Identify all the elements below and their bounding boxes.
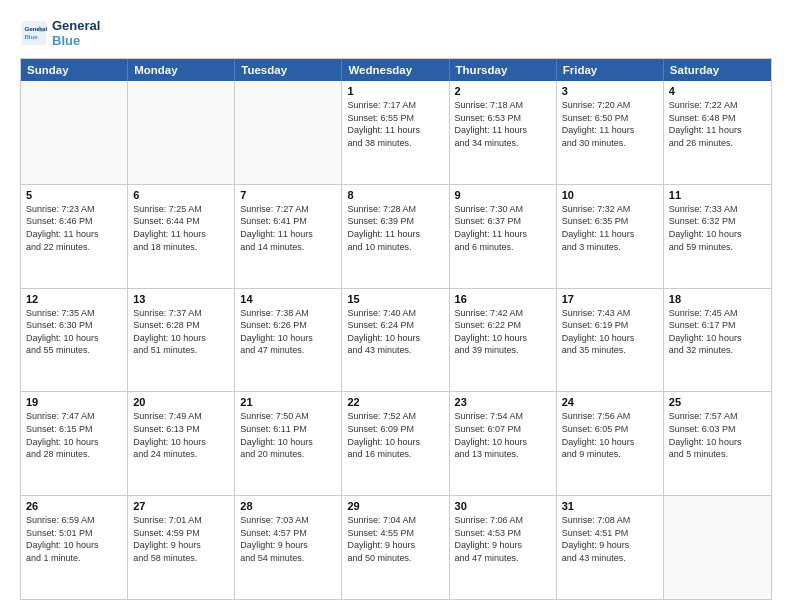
- cell-info: Sunrise: 7:37 AMSunset: 6:28 PMDaylight:…: [133, 307, 229, 357]
- cal-cell: 7Sunrise: 7:27 AMSunset: 6:41 PMDaylight…: [235, 185, 342, 288]
- cell-info: Sunrise: 7:08 AMSunset: 4:51 PMDaylight:…: [562, 514, 658, 564]
- week-row-4: 19Sunrise: 7:47 AMSunset: 6:15 PMDayligh…: [21, 392, 771, 496]
- cal-cell: 22Sunrise: 7:52 AMSunset: 6:09 PMDayligh…: [342, 392, 449, 495]
- cal-cell: 6Sunrise: 7:25 AMSunset: 6:44 PMDaylight…: [128, 185, 235, 288]
- cal-cell: 5Sunrise: 7:23 AMSunset: 6:46 PMDaylight…: [21, 185, 128, 288]
- cal-cell: 28Sunrise: 7:03 AMSunset: 4:57 PMDayligh…: [235, 496, 342, 599]
- cell-date: 20: [133, 396, 229, 408]
- cal-cell: 21Sunrise: 7:50 AMSunset: 6:11 PMDayligh…: [235, 392, 342, 495]
- cal-cell: 10Sunrise: 7:32 AMSunset: 6:35 PMDayligh…: [557, 185, 664, 288]
- cell-date: 27: [133, 500, 229, 512]
- cell-date: 15: [347, 293, 443, 305]
- cell-info: Sunrise: 7:43 AMSunset: 6:19 PMDaylight:…: [562, 307, 658, 357]
- cell-date: 19: [26, 396, 122, 408]
- cal-cell: 11Sunrise: 7:33 AMSunset: 6:32 PMDayligh…: [664, 185, 771, 288]
- cal-cell: 31Sunrise: 7:08 AMSunset: 4:51 PMDayligh…: [557, 496, 664, 599]
- cell-date: 23: [455, 396, 551, 408]
- cal-cell: [128, 81, 235, 184]
- cell-info: Sunrise: 7:32 AMSunset: 6:35 PMDaylight:…: [562, 203, 658, 253]
- week-row-5: 26Sunrise: 6:59 AMSunset: 5:01 PMDayligh…: [21, 496, 771, 599]
- day-header-wednesday: Wednesday: [342, 59, 449, 81]
- cal-cell: 23Sunrise: 7:54 AMSunset: 6:07 PMDayligh…: [450, 392, 557, 495]
- cell-info: Sunrise: 7:52 AMSunset: 6:09 PMDaylight:…: [347, 410, 443, 460]
- cell-date: 30: [455, 500, 551, 512]
- cell-info: Sunrise: 7:03 AMSunset: 4:57 PMDaylight:…: [240, 514, 336, 564]
- cell-date: 3: [562, 85, 658, 97]
- day-header-tuesday: Tuesday: [235, 59, 342, 81]
- cell-info: Sunrise: 7:27 AMSunset: 6:41 PMDaylight:…: [240, 203, 336, 253]
- page: General Blue General Blue SundayMondayTu…: [0, 0, 792, 612]
- cal-cell: 17Sunrise: 7:43 AMSunset: 6:19 PMDayligh…: [557, 289, 664, 392]
- cell-date: 21: [240, 396, 336, 408]
- cell-info: Sunrise: 7:22 AMSunset: 6:48 PMDaylight:…: [669, 99, 766, 149]
- cell-date: 26: [26, 500, 122, 512]
- cell-date: 31: [562, 500, 658, 512]
- cell-info: Sunrise: 7:33 AMSunset: 6:32 PMDaylight:…: [669, 203, 766, 253]
- cell-info: Sunrise: 7:45 AMSunset: 6:17 PMDaylight:…: [669, 307, 766, 357]
- cell-date: 7: [240, 189, 336, 201]
- cal-cell: 2Sunrise: 7:18 AMSunset: 6:53 PMDaylight…: [450, 81, 557, 184]
- cell-info: Sunrise: 7:49 AMSunset: 6:13 PMDaylight:…: [133, 410, 229, 460]
- cell-date: 2: [455, 85, 551, 97]
- cal-cell: 1Sunrise: 7:17 AMSunset: 6:55 PMDaylight…: [342, 81, 449, 184]
- cell-date: 11: [669, 189, 766, 201]
- cell-info: Sunrise: 7:25 AMSunset: 6:44 PMDaylight:…: [133, 203, 229, 253]
- cell-info: Sunrise: 7:40 AMSunset: 6:24 PMDaylight:…: [347, 307, 443, 357]
- cell-date: 12: [26, 293, 122, 305]
- cal-cell: 27Sunrise: 7:01 AMSunset: 4:59 PMDayligh…: [128, 496, 235, 599]
- cell-info: Sunrise: 7:01 AMSunset: 4:59 PMDaylight:…: [133, 514, 229, 564]
- cell-info: Sunrise: 7:54 AMSunset: 6:07 PMDaylight:…: [455, 410, 551, 460]
- cell-date: 6: [133, 189, 229, 201]
- cal-cell: 19Sunrise: 7:47 AMSunset: 6:15 PMDayligh…: [21, 392, 128, 495]
- svg-text:Blue: Blue: [24, 33, 38, 40]
- cell-info: Sunrise: 6:59 AMSunset: 5:01 PMDaylight:…: [26, 514, 122, 564]
- day-header-thursday: Thursday: [450, 59, 557, 81]
- cal-cell: 4Sunrise: 7:22 AMSunset: 6:48 PMDaylight…: [664, 81, 771, 184]
- week-row-1: 1Sunrise: 7:17 AMSunset: 6:55 PMDaylight…: [21, 81, 771, 185]
- day-header-monday: Monday: [128, 59, 235, 81]
- cell-date: 14: [240, 293, 336, 305]
- cell-info: Sunrise: 7:04 AMSunset: 4:55 PMDaylight:…: [347, 514, 443, 564]
- calendar-body: 1Sunrise: 7:17 AMSunset: 6:55 PMDaylight…: [21, 81, 771, 599]
- calendar: SundayMondayTuesdayWednesdayThursdayFrid…: [20, 58, 772, 600]
- cal-cell: 13Sunrise: 7:37 AMSunset: 6:28 PMDayligh…: [128, 289, 235, 392]
- cell-date: 1: [347, 85, 443, 97]
- cell-date: 4: [669, 85, 766, 97]
- cell-date: 29: [347, 500, 443, 512]
- cell-date: 18: [669, 293, 766, 305]
- day-header-friday: Friday: [557, 59, 664, 81]
- header: General Blue General Blue: [20, 18, 772, 48]
- cell-info: Sunrise: 7:50 AMSunset: 6:11 PMDaylight:…: [240, 410, 336, 460]
- cell-info: Sunrise: 7:57 AMSunset: 6:03 PMDaylight:…: [669, 410, 766, 460]
- cell-info: Sunrise: 7:23 AMSunset: 6:46 PMDaylight:…: [26, 203, 122, 253]
- cal-cell: 29Sunrise: 7:04 AMSunset: 4:55 PMDayligh…: [342, 496, 449, 599]
- cell-date: 16: [455, 293, 551, 305]
- cell-date: 17: [562, 293, 658, 305]
- cell-info: Sunrise: 7:20 AMSunset: 6:50 PMDaylight:…: [562, 99, 658, 149]
- cell-date: 22: [347, 396, 443, 408]
- week-row-3: 12Sunrise: 7:35 AMSunset: 6:30 PMDayligh…: [21, 289, 771, 393]
- cal-cell: 30Sunrise: 7:06 AMSunset: 4:53 PMDayligh…: [450, 496, 557, 599]
- cal-cell: 25Sunrise: 7:57 AMSunset: 6:03 PMDayligh…: [664, 392, 771, 495]
- cell-date: 24: [562, 396, 658, 408]
- cal-cell: 3Sunrise: 7:20 AMSunset: 6:50 PMDaylight…: [557, 81, 664, 184]
- cal-cell: 8Sunrise: 7:28 AMSunset: 6:39 PMDaylight…: [342, 185, 449, 288]
- cal-cell: 20Sunrise: 7:49 AMSunset: 6:13 PMDayligh…: [128, 392, 235, 495]
- cell-info: Sunrise: 7:17 AMSunset: 6:55 PMDaylight:…: [347, 99, 443, 149]
- cal-cell: 9Sunrise: 7:30 AMSunset: 6:37 PMDaylight…: [450, 185, 557, 288]
- cell-info: Sunrise: 7:06 AMSunset: 4:53 PMDaylight:…: [455, 514, 551, 564]
- cell-date: 13: [133, 293, 229, 305]
- cal-cell: 26Sunrise: 6:59 AMSunset: 5:01 PMDayligh…: [21, 496, 128, 599]
- cal-cell: [21, 81, 128, 184]
- logo: General Blue General Blue: [20, 18, 100, 48]
- cal-cell: [235, 81, 342, 184]
- logo-icon: General Blue: [20, 19, 48, 47]
- cell-info: Sunrise: 7:56 AMSunset: 6:05 PMDaylight:…: [562, 410, 658, 460]
- cell-info: Sunrise: 7:35 AMSunset: 6:30 PMDaylight:…: [26, 307, 122, 357]
- week-row-2: 5Sunrise: 7:23 AMSunset: 6:46 PMDaylight…: [21, 185, 771, 289]
- cell-date: 9: [455, 189, 551, 201]
- cell-info: Sunrise: 7:38 AMSunset: 6:26 PMDaylight:…: [240, 307, 336, 357]
- cal-cell: 12Sunrise: 7:35 AMSunset: 6:30 PMDayligh…: [21, 289, 128, 392]
- cell-date: 28: [240, 500, 336, 512]
- cal-cell: 24Sunrise: 7:56 AMSunset: 6:05 PMDayligh…: [557, 392, 664, 495]
